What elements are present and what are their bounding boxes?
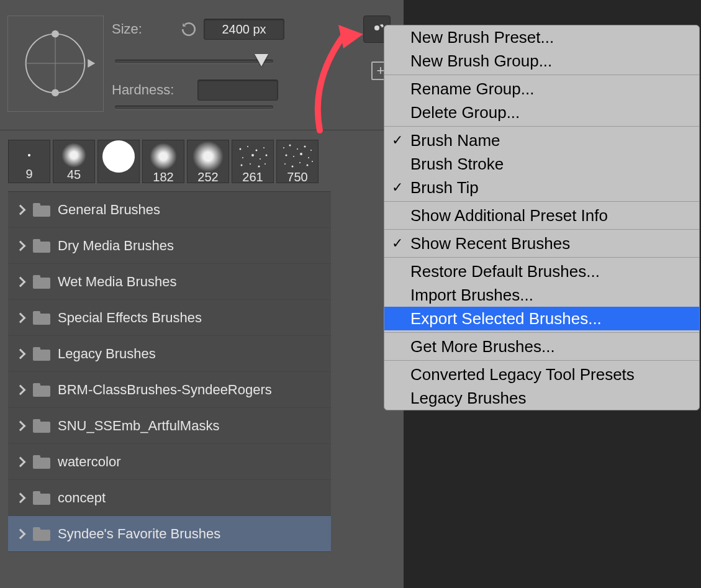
menu-item[interactable]: Export Selected Brushes...: [384, 307, 699, 330]
chevron-right-icon: [16, 276, 26, 287]
chevron-right-icon: [16, 312, 26, 323]
menu-item[interactable]: Get More Brushes...: [384, 335, 699, 358]
brush-thumb[interactable]: 182: [142, 140, 184, 183]
brush-angle-preview[interactable]: [7, 16, 104, 112]
menu-item-label: Show Additional Preset Info: [410, 206, 608, 225]
size-input[interactable]: 2400 px: [204, 19, 284, 40]
reset-size-icon[interactable]: [179, 19, 199, 39]
chevron-right-icon: [16, 456, 26, 467]
folder-icon: [33, 239, 50, 253]
brush-thumb[interactable]: 9: [8, 140, 50, 183]
menu-item[interactable]: Restore Default Brushes...: [384, 260, 699, 283]
svg-point-11: [251, 154, 254, 156]
menu-item-label: Restore Default Brushes...: [410, 262, 600, 281]
svg-point-29: [299, 162, 301, 163]
check-icon: ✓: [392, 132, 403, 148]
svg-point-15: [250, 163, 251, 165]
chevron-right-icon: [16, 528, 26, 539]
menu-separator: [384, 332, 699, 333]
menu-separator: [384, 229, 699, 230]
gear-icon: [369, 20, 384, 38]
svg-point-20: [297, 148, 298, 150]
brush-folder-list: General BrushesDry Media BrushesWet Medi…: [8, 191, 331, 552]
svg-point-13: [266, 155, 268, 156]
brush-folder-item[interactable]: Dry Media Brushes: [8, 228, 331, 264]
svg-point-30: [307, 165, 309, 166]
folder-label: SNU_SSEmb_ArtfulMasks: [58, 418, 219, 434]
menu-item[interactable]: New Brush Preset...: [384, 25, 699, 49]
menu-separator: [384, 75, 699, 75]
menu-item-label: Brush Stroke: [410, 155, 504, 174]
thumb-size: 9: [25, 167, 32, 181]
folder-icon: [33, 455, 50, 469]
menu-item-label: Get More Brushes...: [410, 337, 555, 356]
brush-thumb[interactable]: 750: [276, 140, 319, 183]
svg-point-3: [52, 30, 59, 38]
brush-thumb[interactable]: 45: [53, 140, 95, 183]
svg-point-22: [310, 150, 312, 151]
menu-item[interactable]: ✓Brush Tip: [384, 176, 699, 199]
brush-folder-item[interactable]: SNU_SSEmb_ArtfulMasks: [8, 408, 331, 444]
menu-item[interactable]: Delete Group...: [384, 101, 699, 124]
svg-point-19: [289, 145, 291, 147]
menu-item[interactable]: Rename Group...: [384, 77, 699, 101]
folder-label: Legacy Brushes: [58, 346, 156, 362]
menu-item[interactable]: Brush Stroke: [384, 152, 699, 176]
menu-item[interactable]: ✓Show Recent Brushes: [384, 232, 699, 255]
menu-item-label: Show Recent Brushes: [410, 234, 570, 253]
menu-item[interactable]: ✓Brush Name: [384, 129, 699, 152]
svg-point-23: [286, 155, 287, 156]
folder-icon: [33, 527, 50, 541]
size-slider[interactable]: [115, 60, 273, 63]
folder-label: Special Effects Brushes: [58, 310, 202, 326]
menu-item-label: New Brush Preset...: [410, 28, 554, 47]
svg-point-27: [284, 163, 286, 165]
brush-folder-item[interactable]: Syndee's Favorite Brushes: [8, 516, 331, 552]
menu-item[interactable]: Show Additional Preset Info: [384, 204, 699, 227]
menu-item[interactable]: Import Brushes...: [384, 283, 699, 307]
svg-point-24: [293, 156, 294, 157]
chevron-right-icon: [16, 420, 26, 431]
svg-point-8: [256, 150, 258, 152]
brush-folder-item[interactable]: BRM-ClassBrushes-SyndeeRogers: [8, 372, 331, 408]
menu-item[interactable]: Legacy Brushes: [384, 386, 699, 410]
svg-point-14: [241, 165, 243, 166]
thumb-size: 45: [67, 168, 81, 182]
hardness-slider[interactable]: [115, 106, 273, 109]
folder-label: watercolor: [58, 454, 120, 470]
hardness-input[interactable]: [197, 79, 278, 101]
check-icon: ✓: [392, 235, 403, 251]
chevron-right-icon: [16, 240, 26, 251]
chevron-right-icon: [16, 492, 26, 503]
brush-folder-item[interactable]: General Brushes: [8, 192, 331, 228]
menu-separator: [384, 201, 699, 202]
thumb-size: 750: [287, 170, 307, 184]
svg-point-28: [292, 166, 294, 168]
brush-thumb[interactable]: [97, 140, 140, 183]
brush-folder-item[interactable]: watercolor: [8, 444, 331, 480]
size-label: Size:: [112, 21, 174, 37]
brush-folder-item[interactable]: concept: [8, 480, 331, 516]
menu-item[interactable]: New Brush Group...: [384, 49, 699, 73]
scatter-icon: [280, 143, 315, 170]
menu-item-label: Brush Tip: [410, 178, 479, 197]
svg-marker-5: [88, 59, 95, 68]
chevron-right-icon: [16, 204, 26, 215]
brush-thumb[interactable]: 261: [232, 140, 274, 183]
menu-separator: [384, 360, 699, 361]
size-slider-thumb[interactable]: [255, 54, 268, 66]
folder-icon: [33, 491, 50, 505]
folder-label: BRM-ClassBrushes-SyndeeRogers: [58, 382, 272, 398]
svg-point-16: [258, 166, 260, 168]
brush-folder-item[interactable]: Special Effects Brushes: [8, 300, 331, 336]
folder-icon: [33, 347, 50, 361]
brush-folder-item[interactable]: Wet Media Brushes: [8, 264, 331, 300]
svg-point-31: [312, 161, 313, 162]
thumb-size: 182: [153, 170, 173, 184]
brush-thumb[interactable]: 252: [187, 140, 229, 183]
folder-label: Dry Media Brushes: [58, 238, 174, 254]
folder-label: Wet Media Brushes: [58, 274, 177, 290]
menu-item[interactable]: Converted Legacy Tool Presets: [384, 363, 699, 386]
menu-item-label: Rename Group...: [410, 79, 534, 99]
brush-folder-item[interactable]: Legacy Brushes: [8, 336, 331, 372]
